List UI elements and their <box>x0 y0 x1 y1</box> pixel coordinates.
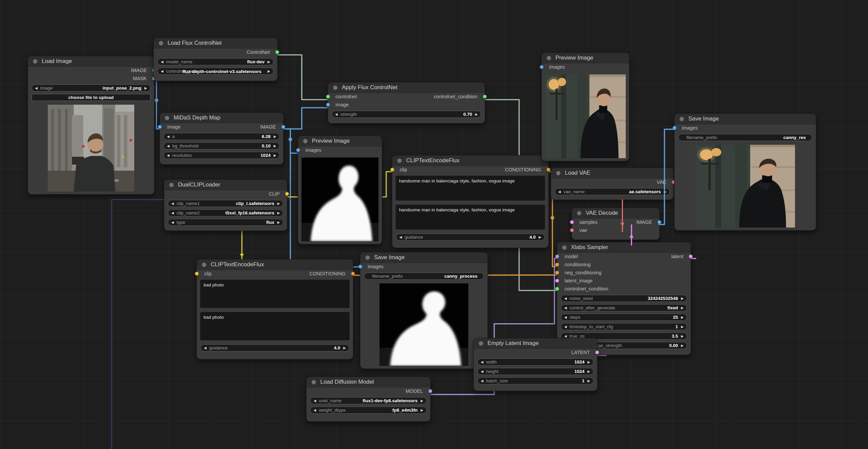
widget-control_after_generate[interactable]: ◀control_after_generatefixed▶ <box>561 304 687 311</box>
collapse-dot-icon[interactable] <box>165 116 169 120</box>
widget-value[interactable]: 4.0 <box>530 235 536 240</box>
decrement-arrow-icon[interactable]: ◀ <box>564 325 567 329</box>
collapse-dot-icon[interactable] <box>159 41 163 46</box>
increment-arrow-icon[interactable]: ▶ <box>587 370 590 373</box>
node-titlebar[interactable]: Load Flux ControlNet <box>154 38 277 49</box>
increment-arrow-icon[interactable]: ▶ <box>277 221 280 224</box>
decrement-arrow-icon[interactable]: ◀ <box>171 202 174 205</box>
collapse-dot-icon[interactable] <box>202 263 206 267</box>
widget-value[interactable]: input_pose_2.png <box>103 86 142 91</box>
node-clip-text-encode-flux-neg[interactable]: CLIPTextEncodeFluxclipCONDITIONINGbad ph… <box>196 259 353 359</box>
widget-value[interactable]: 0.00 <box>669 343 678 348</box>
decrement-arrow-icon[interactable]: ◀ <box>481 360 484 364</box>
increment-arrow-icon[interactable]: ▶ <box>343 346 346 350</box>
input-dot-clip-icon[interactable] <box>195 272 199 276</box>
decrement-arrow-icon[interactable]: ◀ <box>314 399 316 402</box>
widget-width[interactable]: ◀width1024▶ <box>477 358 593 365</box>
widget-guidance[interactable]: ◀guidance4.0▶ <box>396 234 545 241</box>
node-titlebar[interactable]: Apply Flux ControlNet <box>328 83 485 93</box>
widget-value[interactable]: 6.28 <box>262 134 271 139</box>
prompt-textarea[interactable]: bad photo <box>200 280 349 308</box>
node-titlebar[interactable]: Load Image <box>28 56 154 67</box>
widget-value[interactable]: 4.0 <box>334 345 340 350</box>
decrement-arrow-icon[interactable]: ◀ <box>171 221 174 224</box>
widget-value[interactable]: flux-dev <box>247 59 265 64</box>
widget-value[interactable]: 1 <box>676 324 678 329</box>
collapse-dot-icon[interactable] <box>556 171 560 175</box>
widget-value[interactable]: clip_l.safetensors <box>236 201 274 206</box>
node-titlebar[interactable]: CLIPTextEncodeFlux <box>392 155 548 166</box>
node-titlebar[interactable]: Empty Latent Image <box>474 338 597 349</box>
decrement-arrow-icon[interactable]: ◀ <box>314 409 316 412</box>
widget-model_name[interactable]: ◀model_nameflux-dev▶ <box>157 58 274 65</box>
increment-arrow-icon[interactable]: ▶ <box>475 113 478 116</box>
input-dot-model-icon[interactable] <box>555 255 559 259</box>
decrement-arrow-icon[interactable]: ◀ <box>161 60 163 64</box>
input-dot-image-icon[interactable] <box>326 103 330 107</box>
increment-arrow-icon[interactable]: ▶ <box>274 144 276 148</box>
node-titlebar[interactable]: Save Image <box>675 114 816 124</box>
decrement-arrow-icon[interactable]: ◀ <box>564 335 567 338</box>
output-dot-controlnet_condition-icon[interactable] <box>483 95 487 99</box>
collapse-dot-icon[interactable] <box>562 245 566 250</box>
increment-arrow-icon[interactable]: ▶ <box>587 360 590 364</box>
output-dot-CONDITIONING-icon[interactable] <box>546 168 550 172</box>
widget-value[interactable]: canny_res <box>783 135 806 140</box>
widget-value[interactable]: 0.70 <box>463 112 472 117</box>
decrement-arrow-icon[interactable]: ◀ <box>564 297 567 300</box>
widget-value[interactable]: 1024 <box>574 369 584 374</box>
collapse-dot-icon[interactable] <box>479 341 483 346</box>
node-save-image-result[interactable]: Save Imageimagesfilename_prefixcanny_res <box>674 113 816 231</box>
decrement-arrow-icon[interactable]: ◀ <box>564 306 567 310</box>
collapse-dot-icon[interactable] <box>680 117 684 121</box>
widget-batch_size[interactable]: ◀batch_size1▶ <box>477 377 593 384</box>
collapse-dot-icon[interactable] <box>303 139 308 143</box>
increment-arrow-icon[interactable]: ▶ <box>681 344 684 347</box>
widget-value[interactable]: ae.safetensors <box>629 189 661 194</box>
increment-arrow-icon[interactable]: ▶ <box>421 409 423 412</box>
node-titlebar[interactable]: CLIPTextEncodeFlux <box>197 260 353 270</box>
decrement-arrow-icon[interactable]: ◀ <box>171 211 174 215</box>
node-preview-image-result[interactable]: Preview Imageimages <box>541 53 629 161</box>
input-dot-samples-icon[interactable] <box>570 220 574 224</box>
increment-arrow-icon[interactable]: ▶ <box>268 60 270 64</box>
widget-noise_seed[interactable]: ◀noise_seed324242532548▶ <box>561 295 687 302</box>
widget-value[interactable]: 1024 <box>574 359 584 364</box>
prompt-textarea[interactable]: handsome man in balenciaga style, fashio… <box>396 205 545 230</box>
node-load-diffusion-model[interactable]: Load Diffusion ModelMODEL◀unet_nameflux1… <box>306 377 431 422</box>
widget-vae_name[interactable]: ◀vae_nameae.safetensors▶ <box>555 188 670 195</box>
input-dot-images-icon[interactable] <box>673 126 677 130</box>
widget-value[interactable]: 1 <box>582 378 585 383</box>
widget-strength[interactable]: ◀strength0.70▶ <box>332 111 481 118</box>
widget-bg_threshold[interactable]: ◀bg_threshold0.10▶ <box>163 142 280 149</box>
increment-arrow-icon[interactable]: ▶ <box>421 399 423 402</box>
node-load-image[interactable]: Load ImageIMAGEMASK◀imageinput_pose_2.pn… <box>28 56 154 194</box>
output-dot-latent-icon[interactable] <box>689 255 693 259</box>
collapse-dot-icon[interactable] <box>312 380 316 384</box>
increment-arrow-icon[interactable]: ▶ <box>681 335 684 338</box>
decrement-arrow-icon[interactable]: ◀ <box>167 154 169 157</box>
widget-value[interactable]: fp8_e4m3fn <box>392 408 417 413</box>
node-titlebar[interactable]: Load Diffusion Model <box>307 377 430 387</box>
node-load-flux-controlnet[interactable]: Load Flux ControlNetControlNet◀model_nam… <box>153 38 278 81</box>
collapse-dot-icon[interactable] <box>33 59 37 64</box>
widget-type[interactable]: ◀typeflux▶ <box>168 219 283 226</box>
widget-controlnet_path[interactable]: ◀controlnet_pathflux-depth-controlnet-v3… <box>157 68 274 75</box>
output-dot-LATENT-icon[interactable] <box>595 350 599 354</box>
increment-arrow-icon[interactable]: ▶ <box>681 297 684 300</box>
widget-guidance[interactable]: ◀guidance4.0▶ <box>200 344 349 351</box>
node-titlebar[interactable]: Save Image <box>360 252 488 263</box>
node-apply-flux-controlnet[interactable]: Apply Flux ControlNetcontrolnetcontrolne… <box>328 82 485 123</box>
increment-arrow-icon[interactable]: ▶ <box>277 202 280 205</box>
node-dual-clip-loader[interactable]: DualCLIPLoaderCLIP◀clip_name1clip_l.safe… <box>164 179 287 231</box>
widget-value[interactable]: flux <box>266 220 274 225</box>
input-dot-image-icon[interactable] <box>158 125 162 129</box>
widget-value[interactable]: 3.5 <box>672 334 678 338</box>
input-dot-controlnet-icon[interactable] <box>326 95 330 99</box>
increment-arrow-icon[interactable]: ▶ <box>144 87 147 90</box>
widget-clip_name1[interactable]: ◀clip_name1clip_l.safetensors▶ <box>168 200 283 207</box>
input-dot-neg_conditioning-icon[interactable] <box>555 271 559 275</box>
widget-value[interactable]: t5xxl_fp16.safetensors <box>225 210 275 215</box>
output-dot-IMAGE-icon[interactable] <box>657 220 661 224</box>
collapse-dot-icon[interactable] <box>333 86 337 90</box>
